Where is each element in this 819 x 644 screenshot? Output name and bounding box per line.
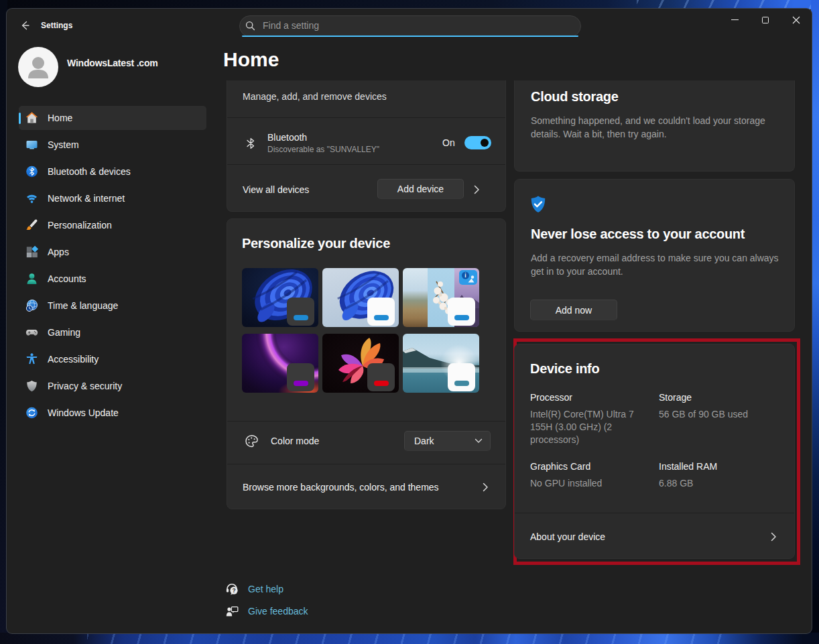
- svg-text:i: i: [464, 272, 466, 279]
- svg-text:?: ?: [232, 587, 235, 594]
